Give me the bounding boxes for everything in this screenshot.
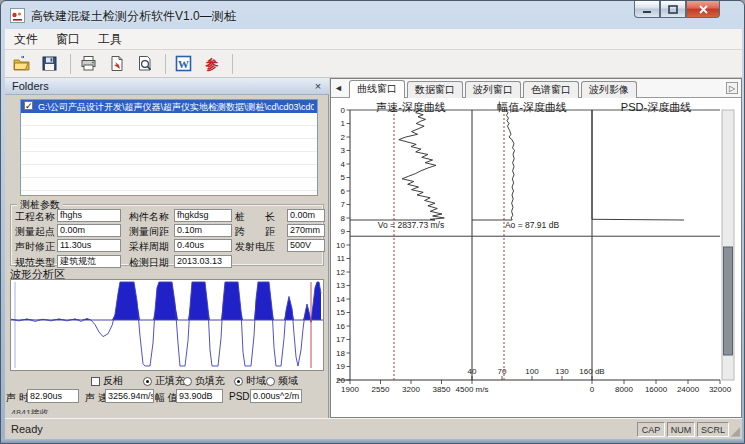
tab-scroll-right-icon[interactable]: ▷ [726,82,738,94]
chart-scrollbar-thumb[interactable] [724,247,733,355]
invert-checkbox[interactable]: 反相 [91,374,123,388]
svg-text:2550: 2550 [372,385,390,394]
item-checkbox[interactable]: ✓ [24,101,33,110]
toolbar-separator [70,54,71,74]
tab-scroll-left-icon[interactable]: ◄ [334,83,343,93]
param-field-7[interactable]: 11.30us [57,239,121,252]
svg-text:15: 15 [336,308,345,317]
svg-text:14: 14 [336,295,345,304]
svg-text:1: 1 [341,119,346,128]
resize-grip[interactable]: ◢ [731,424,740,438]
sound-velocity-field[interactable]: 3256.94m/s [105,389,154,403]
pile-parameters-group: 测桩参数 工程名称fhghs构件名称fhgkdsg桩 长0.00m测量起点0.0… [10,204,324,266]
parameters-button[interactable]: 参 [199,52,225,76]
menu-item-file[interactable]: 文件 [5,29,47,50]
svg-text:0: 0 [341,106,346,115]
svg-text:4: 4 [341,160,346,169]
waveform-display[interactable] [10,279,324,371]
control-label: 正填充 [155,374,185,388]
svg-text:W: W [178,58,189,70]
param-field-8[interactable]: 0.40us [174,239,232,252]
svg-text:16000: 16000 [645,385,668,394]
svg-text:20: 20 [336,376,345,385]
depth-curves-chart[interactable]: 0123456789101112131415161718192019002550… [331,97,743,397]
status-message: Ready [11,423,43,435]
param-field-6[interactable]: 270mm [287,224,325,237]
svg-text:1900: 1900 [341,385,359,394]
print-preview-button[interactable] [132,52,158,76]
param-label: 桩 长 [235,210,275,224]
clipped-caption: 4841接收 [11,407,49,414]
radio-icon [266,377,275,386]
status-bar: Ready ◢ CAPNUMSCRL [5,418,742,439]
param-field-5[interactable]: 0.10m [174,224,232,237]
curves-panel: ◄ ▷ 曲线窗口数据窗口波列窗口色谱窗口波列影像 012345678910111… [330,78,742,418]
param-field-1[interactable]: fhghs [57,209,121,222]
param-field-9[interactable]: 500V [287,239,325,252]
radio-domain-3[interactable]: 时域 [234,374,266,388]
param-field-4[interactable]: 0.00m [57,224,121,237]
close-icon[interactable]: × [311,79,325,93]
tab-bar: ◄ ▷ 曲线窗口数据窗口波列窗口色谱窗口波列影像 [331,79,741,98]
chart-2-annotation: Ao = 87.91 dB [505,220,559,230]
param-field-3[interactable]: 0.00m [287,209,325,222]
empty-list-row [21,165,317,178]
sound-time-field[interactable]: 82.90us [27,389,79,403]
empty-list-row [21,178,317,191]
svg-text:13: 13 [336,281,345,290]
amplitude-field[interactable]: 93.90dB [176,389,223,403]
svg-text:3200: 3200 [402,385,420,394]
word-report-button[interactable]: W [171,52,197,76]
file-list-item[interactable]: ✓G:\公司产品设计开发\超声仪器\超声仪实地检测数据\测桩\cd\cd03\c… [21,100,317,113]
menu-item-tools[interactable]: 工具 [89,29,131,50]
app-icon [10,8,25,23]
control-label: 负填充 [195,374,225,388]
svg-text:11: 11 [337,254,346,263]
print-button[interactable] [76,52,102,76]
amplitude-label: 幅 值 [155,391,178,405]
radio-fill-1[interactable]: 正填充 [143,374,185,388]
param-field-2[interactable]: fhgkdsg [174,209,232,222]
window-frame-bottom [1,439,745,444]
radio-fill-2[interactable]: 负填充 [183,374,225,388]
empty-list-row [21,139,317,152]
svg-text:12: 12 [336,268,345,277]
svg-text:32000: 32000 [709,385,732,394]
svg-text:3850: 3850 [433,385,451,394]
chart-title-1: 声速-深度曲线 [346,100,476,115]
param-label: 跨 距 [235,225,275,239]
app-window: 高铁建混凝土检测分析软件V1.0—测桩 文件窗口工具 W参 Folders × … [0,0,745,444]
param-field-11[interactable]: 2013.03.13 [174,255,232,268]
print-setup-button[interactable] [104,52,130,76]
title-bar[interactable]: 高铁建混凝土检测分析软件V1.0—测桩 [1,1,744,29]
menu-item-window[interactable]: 窗口 [47,29,89,50]
tab-2[interactable]: 波列窗口 [465,81,521,98]
page-export-icon [108,55,126,72]
param-field-10[interactable]: 建筑规范 [57,255,121,268]
tab-1[interactable]: 数据窗口 [407,81,463,98]
svg-text:10: 10 [336,241,345,250]
word-icon: W [175,55,193,72]
svg-text:参: 参 [205,57,219,72]
radio-domain-4[interactable]: 频域 [266,374,298,388]
file-list[interactable]: ✓G:\公司产品设计开发\超声仪器\超声仪实地检测数据\测桩\cd\cd03\c… [20,99,318,196]
radio-icon [143,377,152,386]
svg-text:8000: 8000 [615,385,633,394]
maximize-button[interactable] [660,1,686,18]
status-indicator-scrl: SCRL [697,422,729,437]
param-icon: 参 [203,55,221,72]
chart-title-3: PSD-深度曲线 [591,100,721,115]
svg-text:6: 6 [341,187,346,196]
folders-panel-header[interactable]: Folders × [5,78,329,95]
save-file-button[interactable] [37,52,63,76]
tab-3[interactable]: 色谱窗口 [523,81,579,98]
close-button[interactable] [686,1,720,18]
checkbox-icon [91,377,100,386]
tab-0[interactable]: 曲线窗口 [349,80,405,98]
open-file-button[interactable] [9,52,35,76]
psd-field[interactable]: 0.00us^2/m [250,389,302,403]
svg-text:19: 19 [336,362,345,371]
minimize-button[interactable] [634,1,660,18]
tab-4[interactable]: 波列影像 [581,81,637,98]
waveform-controls: 反相正填充负填充时域频域 [5,374,329,388]
